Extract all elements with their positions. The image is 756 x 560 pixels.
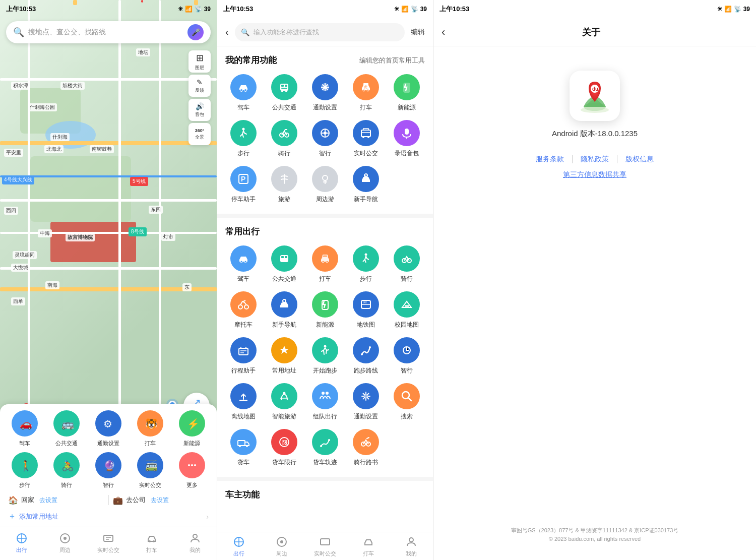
svg-point-45	[367, 136, 369, 138]
feedback-button[interactable]: ✎ 反馈	[188, 75, 211, 97]
quick-more[interactable]: 更多	[179, 452, 205, 489]
ct-truck-limit[interactable]: 限 货车限行	[266, 429, 303, 467]
home-location[interactable]: 🏠 回家 去设置	[8, 495, 104, 505]
ct-walk[interactable]: 步行	[347, 245, 384, 283]
quick-energy[interactable]: ⚡ 新能源	[179, 410, 205, 447]
ct-run[interactable]: 开始跑步	[307, 337, 344, 375]
quick-walk[interactable]: 🚶 步行	[12, 452, 38, 489]
home-action[interactable]: 去设置	[39, 496, 57, 505]
add-location[interactable]: ＋ 添加常用地址 ›	[0, 508, 217, 527]
privacy-policy-link[interactable]: 隐私政策	[581, 155, 609, 164]
func-taxi[interactable]: 虎 打车	[347, 74, 384, 112]
quick-drive[interactable]: 🚗 驾车	[12, 410, 38, 447]
ct-newbie[interactable]: 新手导航	[266, 291, 303, 329]
edit-button[interactable]: 编辑	[411, 28, 425, 37]
ct-group[interactable]: 组队出行	[307, 383, 344, 421]
map-label-shichai: 什刹海	[50, 133, 70, 141]
func-tour[interactable]: 旅游	[266, 166, 303, 204]
my-tools-action[interactable]: 编辑您的首页常用工具	[359, 56, 425, 65]
svg-rect-68	[405, 305, 409, 307]
func-drive[interactable]: 驾车	[225, 74, 262, 112]
ct-smart-tour[interactable]: 智能旅游	[266, 383, 303, 421]
panorama-button[interactable]: 360° 全景	[188, 123, 211, 145]
func-voice-pkg-label: 录语音包	[395, 149, 419, 158]
ct-commute-set[interactable]: 通勤设置	[347, 383, 384, 421]
ct-run-route[interactable]: 跑步路线	[347, 337, 384, 375]
ct-moto-label: 摩托车	[234, 321, 253, 329]
function-search-bar[interactable]: 🔍 输入功能名称进行查找	[235, 23, 405, 41]
func-commute[interactable]: 通勤设置	[307, 74, 344, 112]
tab-explore-left[interactable]: 出行	[7, 531, 37, 554]
ct-taxi[interactable]: 打车	[307, 245, 344, 283]
func-bike[interactable]: 骑行	[266, 120, 303, 158]
func-energy[interactable]: 新能源	[388, 74, 425, 112]
tab-mine-left[interactable]: 我的	[180, 531, 210, 554]
bt-icon-r: ✳	[717, 6, 722, 13]
search-icon: 🔍	[13, 27, 24, 38]
ct-bike-route[interactable]: 骑行路书	[347, 429, 384, 467]
tab-explore-middle[interactable]: 出行	[224, 535, 254, 557]
quick-commute[interactable]: ⚙ 通勤设置	[95, 410, 121, 447]
section-divider-1	[217, 214, 433, 218]
ct-search[interactable]: 搜索	[388, 383, 425, 421]
service-terms-link[interactable]: 服务条款	[536, 155, 564, 164]
func-nearby-tour[interactable]: 周边游	[307, 166, 344, 204]
smart-icon-wrap: 🔮	[95, 452, 121, 478]
my-tools-header: 我的常用功能 编辑您的首页常用工具	[225, 54, 425, 66]
layers-button[interactable]: ⊞ 图层	[188, 50, 211, 73]
tab-nearby-left[interactable]: 周边	[50, 531, 80, 554]
bike-icon-wrap: 🚴	[53, 452, 80, 478]
func-smart[interactable]: 智行	[307, 120, 344, 158]
svg-point-32	[324, 86, 327, 89]
functions-scroll[interactable]: 我的常用功能 编辑您的首页常用工具 驾车 公共交通	[217, 46, 433, 550]
panorama-label-top: 360°	[195, 128, 205, 133]
ct-search-icon	[394, 383, 420, 409]
ct-metro[interactable]: M 地铁图	[347, 291, 384, 329]
search-bar[interactable]: 🔍 搜地点、查公交、找路线 🎤	[6, 21, 211, 43]
ct-drive[interactable]: 驾车	[225, 245, 262, 283]
func-voice-pkg[interactable]: 录语音包	[388, 120, 425, 158]
quick-realtime-bus[interactable]: 🚎 实时公交	[137, 452, 163, 489]
ct-transit[interactable]: 公共交通	[266, 245, 303, 283]
battery-icon: 39	[204, 6, 211, 13]
back-button-middle[interactable]: ‹	[225, 26, 229, 38]
map-tools: ⊞ 图层 ✎ 反馈 🔊 音包 360° 全景	[188, 50, 211, 145]
tab-mine-middle[interactable]: 我的	[396, 535, 426, 557]
ct-campus[interactable]: 校园地图	[388, 291, 425, 329]
func-newbie[interactable]: 新手导航	[347, 166, 384, 204]
back-button-right[interactable]: ‹	[442, 26, 445, 39]
third-party-link[interactable]: 第三方信息数据共享	[563, 170, 626, 178]
func-transit[interactable]: 公共交通	[266, 74, 303, 112]
work-location[interactable]: 💼 去公司 去设置	[113, 495, 209, 505]
func-walk[interactable]: 步行	[225, 120, 262, 158]
quick-smart[interactable]: 🔮 智行	[95, 452, 121, 489]
voice-search-button[interactable]: 🎤	[187, 24, 204, 40]
ct-run-route-icon	[353, 337, 379, 363]
quick-taxi[interactable]: 🐯 打车	[137, 410, 163, 447]
tab-hail-middle[interactable]: 打车	[353, 535, 384, 557]
ct-energy[interactable]: 新能源	[307, 291, 344, 329]
ct-truck-trace-label: 货车轨迹	[313, 458, 337, 467]
quick-transit[interactable]: 🚌 公共交通	[53, 410, 80, 447]
tab-realtime-middle[interactable]: 实时公交	[310, 535, 340, 557]
ct-truck[interactable]: 货车	[225, 429, 262, 467]
quick-bike[interactable]: 🚴 骑行	[53, 452, 80, 489]
ct-smart[interactable]: 智行	[388, 337, 425, 375]
common-travel-grid: 驾车 公共交通 打车 步行	[225, 245, 425, 467]
ct-offline[interactable]: 离线地图	[225, 383, 262, 421]
voice-pack-button[interactable]: 🔊 音包	[188, 99, 211, 121]
ct-run-icon	[312, 337, 338, 363]
ct-trip[interactable]: 行程助手	[225, 337, 262, 375]
ct-truck-trace[interactable]: 货车轨迹	[307, 429, 344, 467]
ct-moto[interactable]: 摩托车	[225, 291, 262, 329]
func-taxi-label: 打车	[360, 103, 372, 112]
tab-nearby-middle[interactable]: 周边	[267, 535, 297, 557]
ct-fav[interactable]: 常用地址	[266, 337, 303, 375]
tab-hail-left[interactable]: 打车	[137, 531, 167, 554]
func-parking[interactable]: P 停车助手	[225, 166, 262, 204]
func-realtime-bus[interactable]: 实时公交	[347, 120, 384, 158]
copyright-link[interactable]: 版权信息	[625, 155, 654, 164]
ct-bike[interactable]: 骑行	[388, 245, 425, 283]
tab-realtime-left[interactable]: 实时公交	[93, 531, 123, 554]
work-action[interactable]: 去设置	[151, 496, 169, 505]
